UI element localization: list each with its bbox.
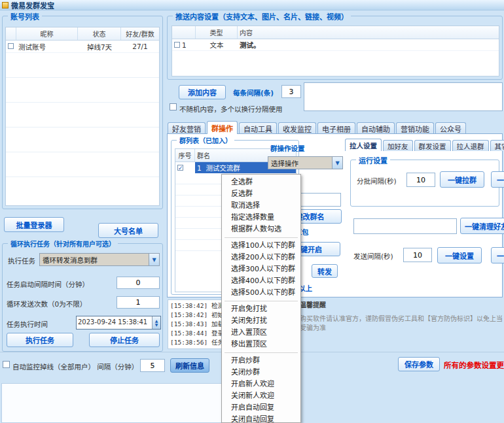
content-table[interactable]: 类型 内容 1 文本 测试。 (171, 25, 499, 76)
task-time-label: 任务执行时间 (7, 319, 48, 329)
menu-enable-autoreply[interactable]: 开启自动回复 (222, 402, 300, 414)
empty-row (6, 103, 159, 127)
notice-title: 温馨提醒 (300, 299, 503, 309)
task-times-label: 循环发送次数（0为不限） (7, 299, 86, 309)
task-interval-input[interactable] (117, 277, 160, 289)
task-times-input[interactable] (117, 296, 160, 309)
batch-interval-input[interactable] (406, 173, 435, 187)
account-row-checkbox[interactable] (8, 43, 14, 49)
invite-all-button[interactable]: 一键拉群 (440, 171, 484, 188)
group-row-num: 1 (197, 164, 202, 172)
task-interval-label: 任务启动间隔时间（分钟） (7, 279, 89, 289)
tab-group-operations[interactable]: 群操作 (207, 121, 238, 134)
content-interval-input[interactable] (281, 85, 301, 98)
group-op-combobox[interactable]: 选择操作 ▼ (268, 156, 343, 169)
menu-disable-autoreply[interactable]: 关闭自动回复 (222, 414, 300, 423)
monitor-interval-input[interactable] (140, 359, 165, 372)
menu-enter-pinned[interactable]: 进入置顶区 (222, 327, 300, 339)
menu-select-under-300[interactable]: 选择300人以下的群 (222, 263, 300, 275)
accounts-table[interactable]: 昵称 状态 好友/群数 测试账号 掉线7天 27/1 (5, 27, 160, 206)
menu-select-all-groups[interactable]: 全选群 (222, 177, 300, 188)
partial-button-right3[interactable]: 一键 (491, 247, 504, 263)
task-exec-value: 循环转发消息到群 (40, 254, 149, 265)
run-settings-title: 运行设置 (356, 155, 390, 165)
menu-select-under-200[interactable]: 选择200人以下的群 (222, 252, 300, 263)
content-row-num: 1 (182, 41, 187, 49)
group-row-checkbox[interactable] (177, 165, 183, 171)
grouplist-title: 群列表（已加入） (177, 135, 234, 145)
window-title: 微易发群发宝 (11, 0, 54, 10)
menu-select-by-members[interactable]: 根据群人数勾选 (222, 224, 300, 235)
auto-monitor-label: 自动监控掉线（全部用户） 间隔（分钟） (12, 362, 138, 371)
menu-exit-pinned[interactable]: 移出置顶区 (222, 339, 300, 350)
menu-cancel-selection[interactable]: 取消选择 (222, 200, 300, 212)
tab-add-friends[interactable]: 加好友 (383, 140, 413, 151)
accounts-header-status: 状态 (78, 27, 121, 40)
chevron-down-icon[interactable]: ▼ (149, 254, 159, 265)
group-op-label: 群操作设置 (270, 143, 305, 153)
task-groupbox: 循环执行任务（针对所有用户可选） 执行任务 循环转发消息到群 ▼ 任务启动间隔时… (2, 243, 163, 352)
menu-select-under-100[interactable]: 选择100人以下的群 (222, 240, 300, 252)
tab-friend-marketing[interactable]: 好友营销 (168, 122, 206, 134)
empty-row (6, 152, 159, 177)
window-titlebar: 微易发群发宝 (0, 0, 504, 10)
menu-enable-dnd[interactable]: 开启免打扰 (222, 303, 300, 315)
tab-kick-settings[interactable]: 拉人退群 (452, 140, 489, 151)
account-row[interactable]: 测试账号 掉线7天 27/1 (6, 41, 159, 53)
no-random-checkbox[interactable] (170, 103, 177, 110)
partial-button-right1[interactable]: 一键 (491, 171, 504, 188)
content-row-checkbox[interactable] (174, 42, 180, 48)
menu-disable-hype[interactable]: 关闭炒群 (222, 367, 300, 379)
accounts-group-title: 账号列表 (8, 11, 42, 22)
task-time-picker[interactable]: 2023-09-24 15:38:41 ▲▼ (76, 316, 161, 330)
refresh-info-button[interactable]: 刷新信息 (170, 358, 209, 373)
group-op-value: 选择操作 (268, 158, 332, 169)
content-preview-textarea[interactable] (304, 82, 503, 111)
menu-invert-selection[interactable]: 反选群 (222, 188, 300, 200)
clean-friends-button[interactable]: 一键清理好友 (460, 218, 504, 234)
tab-marketing-functions[interactable]: 营销功能 (396, 122, 434, 134)
send-interval-label: 发送间隔(秒) (353, 251, 393, 261)
menu-disable-dnd[interactable]: 关闭免打扰 (222, 315, 300, 327)
notice-text: 购买软件请认准官方，谨防假冒伪劣工具和【官方防伪标识】以免上当受骗为准 (300, 314, 503, 333)
content-row-content: 测试。 (238, 39, 499, 50)
run-task-button[interactable]: 执行任务 (7, 333, 73, 347)
tab-album[interactable]: 电子相册 (317, 122, 355, 134)
content-header-type: 类型 (196, 26, 238, 39)
batch-login-button[interactable]: 批量登录器 (4, 217, 64, 232)
tab-official-account[interactable]: 公众号 (435, 122, 466, 134)
big-list-button[interactable]: 大号名单 (98, 223, 158, 238)
task-exec-combobox[interactable]: 循环转发消息到群 ▼ (39, 253, 160, 266)
tab-auto-tools[interactable]: 自动工具 (239, 122, 277, 134)
spinner-icon[interactable]: ▲▼ (152, 316, 160, 329)
menu-enable-welcome[interactable]: 开启新人欢迎 (222, 379, 300, 390)
add-content-button[interactable]: 添加内容 (179, 85, 226, 99)
empty-row (6, 127, 159, 152)
tab-message-monitor[interactable]: 收发监控 (278, 122, 316, 134)
tab-mass-send-settings[interactable]: 群发设置 (414, 140, 451, 151)
empty-row (6, 78, 159, 103)
keyword-input[interactable] (353, 218, 457, 234)
empty-row (6, 53, 159, 78)
bottom-panel (1, 383, 254, 423)
tab-invite-settings[interactable]: 拉人设置 (345, 139, 382, 151)
content-row[interactable]: 1 文本 测试。 (172, 39, 499, 51)
menu-select-under-400[interactable]: 选择400人以下的群 (222, 275, 300, 287)
tab-other[interactable]: 其它 (490, 140, 504, 151)
one-key-set-button[interactable]: 一键设置 (437, 247, 482, 263)
send-interval-input[interactable] (403, 248, 432, 262)
auto-monitor-checkbox[interactable] (3, 361, 10, 368)
menu-disable-welcome[interactable]: 关闭新人欢迎 (222, 390, 300, 402)
no-random-label: 不随机内容，多个以换行分隔使用 (179, 104, 283, 114)
chevron-down-icon[interactable]: ▼ (332, 157, 342, 169)
menu-separator (225, 352, 298, 353)
account-nickname: 测试账号 (16, 41, 78, 52)
menu-select-count[interactable]: 指定选择数量 (222, 212, 300, 224)
notice-box: 温馨提醒 购买软件请认准官方，谨防假冒伪劣工具和【官方防伪标识】以免上当受骗为准 (300, 299, 503, 349)
menu-enable-hype[interactable]: 开启炒群 (222, 355, 300, 367)
save-params-button[interactable]: 保存参数 (398, 357, 440, 371)
forward-button[interactable]: 转发 (312, 264, 338, 278)
menu-select-under-500[interactable]: 选择500人以下的群 (222, 287, 300, 299)
stop-task-button[interactable]: 停止任务 (89, 333, 160, 347)
tab-auto-assist[interactable]: 自动辅助 (357, 122, 395, 134)
